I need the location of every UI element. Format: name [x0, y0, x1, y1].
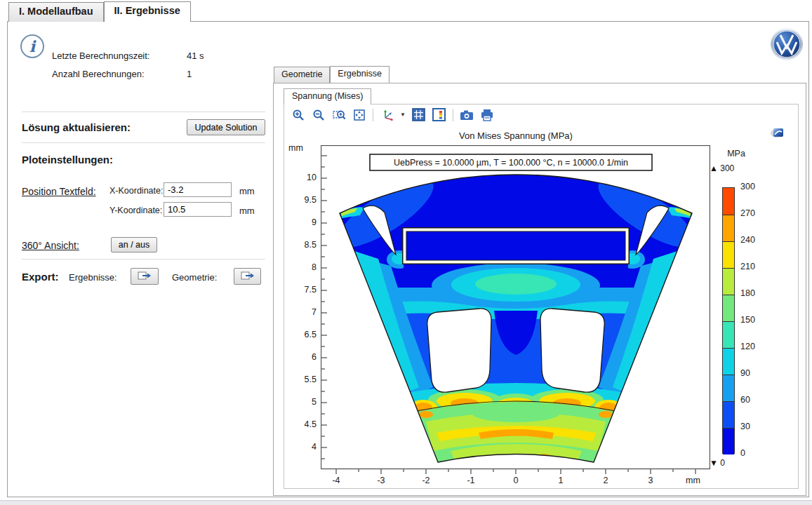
colorbar-segment [723, 401, 734, 428]
plot-tab-bar: Spannung (Mises) [284, 88, 371, 105]
y-tick-label: 5.5 [290, 375, 317, 384]
results-groupbox: Spannung (Mises) [273, 83, 806, 496]
info-icon: i [20, 34, 44, 58]
vw-logo [770, 27, 804, 61]
update-solution-button[interactable]: Update Solution [187, 119, 265, 135]
main-content-panel: i Letzte Berechnungszeit: 41 s Anzahl Be… [7, 21, 809, 497]
main-tab-bar: I. Modellaufbau II. Ergebnisse [8, 2, 191, 22]
colorbar-min-marker: ▼ 0 [710, 458, 725, 468]
tab-spannung-mises[interactable]: Spannung (Mises) [284, 88, 371, 105]
svg-text:UebPress = 10.0000 µm, T = 100: UebPress = 10.0000 µm, T = 100.000 °C, n… [394, 158, 628, 168]
tab-geometrie[interactable]: Geometrie [274, 67, 330, 83]
computation-count-label: Anzahl Berechnungen: [52, 69, 145, 79]
stress-contour-field [321, 145, 710, 469]
print-icon[interactable] [480, 108, 494, 122]
y-tick-label: 5 [290, 397, 317, 407]
colorbar-tick-label: 270 [740, 208, 768, 218]
plot-panel: ▼ Von Mises [284, 104, 799, 489]
x-tick-label: -1 [460, 476, 481, 485]
divider [22, 142, 265, 143]
colorbar-tick-label: 30 [740, 422, 768, 431]
colorbar-tick-label: 300 [740, 182, 768, 191]
x-tick-label: 3 [640, 476, 661, 485]
colorbar [722, 187, 735, 454]
y-unit-label: mm [239, 206, 255, 216]
view-360-label: 360° Ansicht: [22, 240, 79, 251]
colorbar-tick-label: 180 [740, 288, 768, 298]
plot-annotation: UebPress = 10.0000 µm, T = 100.000 °C, n… [370, 154, 652, 170]
colorbar-tick-label: 150 [740, 315, 768, 325]
plot-thumbnail-icon[interactable] [770, 127, 785, 139]
zoom-in-icon[interactable] [291, 108, 305, 122]
divider [22, 259, 265, 260]
tab-modellaufbau[interactable]: I. Modellaufbau [8, 2, 104, 22]
right-flux-barrier [540, 309, 604, 392]
y-tick-label: 8 [290, 262, 317, 272]
tab-ergebnisse[interactable]: II. Ergebnisse [104, 1, 191, 22]
x-tick-label: 1 [550, 476, 571, 485]
colorbar-tick-label: 0 [740, 448, 768, 458]
magnet [402, 227, 630, 264]
export-results-button[interactable] [131, 268, 159, 285]
tab-ergebnisse-plot[interactable]: Ergebnisse [330, 66, 390, 83]
colorbar-segment [723, 321, 734, 348]
zoom-extents-icon[interactable] [352, 108, 366, 122]
colorbar-segment [723, 268, 734, 295]
colorbar-segment [723, 188, 734, 215]
x-tick-label: 0 [505, 476, 526, 485]
last-computation-value: 41 s [187, 50, 204, 61]
export-heading: Export: [22, 271, 59, 283]
colorbar-max-marker: ▲ 300 [710, 163, 734, 173]
color-legend-icon[interactable] [432, 108, 446, 122]
y-tick-label: 7 [290, 307, 317, 317]
zoom-out-icon[interactable] [312, 108, 326, 122]
colorbar-tick-label: 60 [740, 395, 768, 405]
grid-icon[interactable] [412, 108, 426, 122]
x-coordinate-input[interactable] [164, 182, 232, 197]
x-tick-label: -4 [326, 476, 347, 485]
colorbar-segment [723, 241, 734, 268]
window-bottom-strip [0, 500, 812, 505]
colorbar-segment [723, 428, 734, 454]
zoom-box-icon[interactable] [332, 108, 346, 122]
export-results-label: Ergebnisse: [69, 272, 117, 283]
contour-plot[interactable]: UebPress = 10.0000 µm, T = 100.000 °C, n… [321, 145, 710, 478]
colorbar-segment [723, 295, 734, 321]
y-tick-label: 9 [290, 217, 317, 227]
colorbar-tick-label: 90 [740, 368, 768, 378]
view-360-toggle-button[interactable]: an / aus [111, 237, 157, 252]
x-tick-label: -2 [415, 476, 437, 485]
colorbar-segment [723, 348, 734, 375]
computation-count-value: 1 [187, 69, 192, 79]
x-tick-label: 2 [595, 476, 616, 485]
last-computation-label: Letzte Berechnungszeit: [52, 50, 149, 61]
y-coordinate-input[interactable] [164, 202, 232, 217]
axis-orientation-icon[interactable] [380, 108, 397, 122]
plot-settings-heading: Ploteinstellungen: [22, 154, 113, 166]
divider [22, 112, 265, 112]
x-coordinate-label: X-Koordinate: [109, 186, 163, 196]
result-tab-bar: Geometrie Ergebnisse [274, 67, 390, 83]
y-tick-label: 6.5 [290, 330, 317, 339]
axis-orientation-dropdown-caret[interactable]: ▼ [400, 112, 406, 118]
y-coordinate-label: Y-Koordinate: [109, 206, 162, 215]
export-icon [241, 271, 255, 283]
snapshot-camera-icon[interactable] [460, 108, 474, 122]
colorbar-tick-label: 240 [740, 235, 768, 245]
toolbar-separator [373, 109, 373, 121]
graphics-area[interactable]: Von Mises Spannung (MPa) mm [284, 125, 798, 488]
colorbar-tick-label: 120 [740, 342, 768, 351]
plot-toolbar: ▼ [284, 105, 798, 125]
app-window: I. Modellaufbau II. Ergebnisse i Letzte … [0, 0, 812, 505]
colorbar-segment [723, 375, 734, 401]
y-axis-unit: mm [288, 143, 303, 153]
x-unit-label: mm [239, 186, 255, 196]
export-geometry-label: Geometrie: [172, 272, 217, 283]
x-tick-label: -3 [371, 476, 392, 485]
export-icon [138, 271, 152, 283]
colorbar-segment [723, 215, 734, 241]
export-geometry-button[interactable] [234, 268, 261, 285]
toolbar-separator [453, 109, 453, 121]
y-tick-label: 6 [290, 352, 317, 362]
y-tick-label: 7.5 [290, 285, 317, 295]
